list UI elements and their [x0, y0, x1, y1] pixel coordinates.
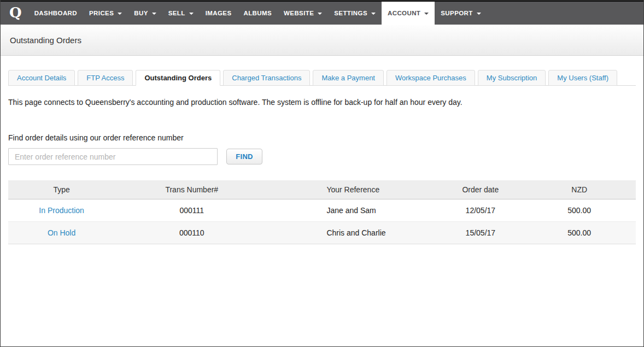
chevron-down-icon — [118, 13, 122, 15]
chevron-down-icon — [318, 13, 322, 15]
trans-number-cell: 000111 — [115, 199, 268, 221]
nav-item-sell[interactable]: SELL — [162, 2, 200, 25]
nav-item-support[interactable]: SUPPORT — [435, 2, 487, 25]
order-reference-input[interactable] — [8, 148, 218, 165]
nav-item-settings[interactable]: SETTINGS — [328, 2, 382, 25]
nav-item-albums[interactable]: ALBUMS — [237, 2, 278, 25]
header-type: Type — [8, 180, 115, 199]
tab-my-users-staff[interactable]: My Users (Staff) — [548, 70, 617, 86]
nav-item-label: IMAGES — [206, 10, 232, 16]
header-nzd: NZD — [523, 180, 636, 199]
nzd-cell: 500.00 — [523, 221, 636, 244]
tab-charged-transactions[interactable]: Charged Transactions — [223, 70, 310, 86]
order-date-cell: 12/05/17 — [438, 199, 523, 221]
your-reference-cell: Chris and Charlie — [268, 221, 438, 244]
nav-item-label: ALBUMS — [243, 10, 272, 16]
tab-make-a-payment[interactable]: Make a Payment — [313, 70, 384, 86]
outstanding-orders-table: Type Trans Number# Your Reference Order … — [8, 180, 636, 244]
nav-item-label: DASHBOARD — [34, 10, 77, 16]
header-trans-number: Trans Number# — [115, 180, 268, 199]
nav-item-label: WEBSITE — [284, 10, 314, 16]
offline-info-text: This page connects to Queensberry's acco… — [8, 98, 636, 107]
nav-item-label: ACCOUNT — [388, 10, 420, 16]
nav-items: DASHBOARD PRICES BUY SELL IMAGES ALBUMS … — [28, 2, 487, 25]
nav-item-label: BUY — [134, 10, 148, 16]
chevron-down-icon — [371, 13, 376, 15]
table-header-row: Type Trans Number# Your Reference Order … — [8, 180, 636, 199]
order-type-link[interactable]: On Hold — [48, 228, 75, 237]
page: Q DASHBOARD PRICES BUY SELL IMAGES ALBUM… — [0, 0, 644, 347]
page-header-band: Outstanding Orders — [1, 25, 643, 56]
nav-item-label: SUPPORT — [441, 10, 472, 16]
nav-item-label: SETTINGS — [334, 10, 367, 16]
nav-item-website[interactable]: WEBSITE — [278, 2, 328, 25]
find-order-row: FIND — [8, 148, 636, 165]
tab-account-details[interactable]: Account Details — [8, 70, 75, 86]
page-title: Outstanding Orders — [10, 36, 81, 45]
content: Account Details FTP Access Outstanding O… — [1, 70, 643, 244]
nav-item-dashboard[interactable]: DASHBOARD — [28, 2, 83, 25]
account-tabs: Account Details FTP Access Outstanding O… — [8, 70, 636, 86]
top-nav: Q DASHBOARD PRICES BUY SELL IMAGES ALBUM… — [1, 1, 643, 25]
nzd-cell: 500.00 — [523, 199, 636, 221]
order-date-cell: 15/05/17 — [438, 221, 523, 244]
find-order-label: Find order details using our order refer… — [8, 133, 636, 142]
nav-item-label: PRICES — [89, 10, 114, 16]
type-cell: On Hold — [8, 221, 115, 244]
tab-ftp-access[interactable]: FTP Access — [78, 70, 133, 86]
queensberry-logo[interactable]: Q — [9, 5, 22, 21]
nav-item-label: SELL — [168, 10, 185, 16]
tab-outstanding-orders[interactable]: Outstanding Orders — [136, 70, 220, 86]
find-button[interactable]: FIND — [226, 149, 262, 164]
nav-item-account[interactable]: ACCOUNT — [382, 2, 435, 25]
nav-item-prices[interactable]: PRICES — [83, 2, 128, 25]
table-row: In Production 000111 Jane and Sam 12/05/… — [8, 199, 636, 221]
table-row: On Hold 000110 Chris and Charlie 15/05/1… — [8, 221, 636, 244]
header-order-date: Order date — [438, 180, 523, 199]
chevron-down-icon — [152, 13, 156, 15]
order-type-link[interactable]: In Production — [39, 206, 84, 215]
type-cell: In Production — [8, 199, 115, 221]
your-reference-cell: Jane and Sam — [268, 199, 438, 221]
nav-item-buy[interactable]: BUY — [128, 2, 162, 25]
chevron-down-icon — [477, 13, 481, 15]
nav-item-images[interactable]: IMAGES — [200, 2, 238, 25]
trans-number-cell: 000110 — [115, 221, 268, 244]
header-your-reference: Your Reference — [268, 180, 438, 199]
chevron-down-icon — [189, 13, 194, 15]
tab-my-subscription[interactable]: My Subscription — [478, 70, 546, 86]
tab-workspace-purchases[interactable]: Workspace Purchases — [387, 70, 475, 86]
chevron-down-icon — [424, 13, 429, 15]
